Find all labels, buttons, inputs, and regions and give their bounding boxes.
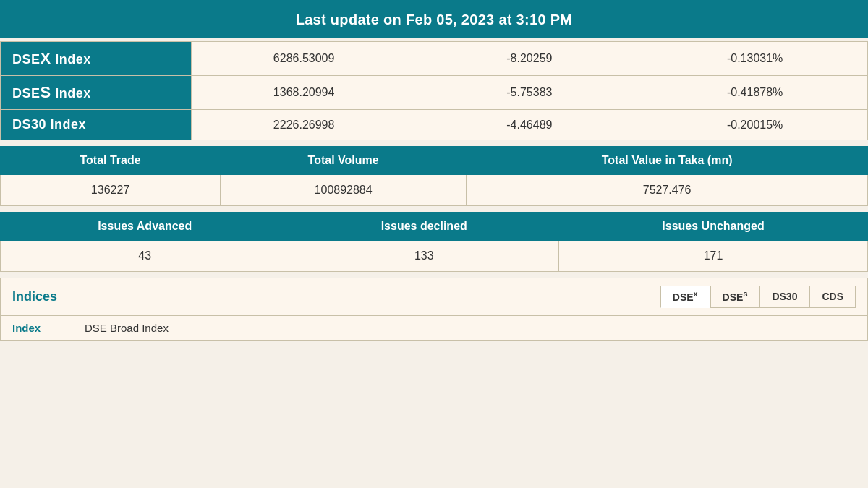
issues-declined-header: Issues declined	[289, 213, 559, 241]
dsex-change: -8.20259	[417, 42, 642, 76]
index-name-dses: DSES Index	[1, 76, 192, 110]
ds30-value: 2226.26998	[191, 110, 417, 140]
trade-stats-table: Total Trade Total Volume Total Value in …	[0, 146, 868, 206]
issues-advanced-header: Issues Advanced	[1, 213, 289, 241]
dsex-value: 6286.53009	[191, 42, 417, 76]
dsex-pct: -0.13031%	[642, 42, 868, 76]
issues-unchanged-value: 171	[559, 241, 868, 272]
indices-title: Indices	[12, 289, 57, 304]
indices-tabs: DSEX DSES DS30 CDS	[660, 286, 856, 308]
issues-advanced-value: 43	[1, 241, 289, 272]
last-update-header: Last update on Feb 05, 2023 at 3:10 PM	[0, 1, 868, 38]
tab-dsex[interactable]: DSEX	[660, 286, 710, 308]
total-volume-header: Total Volume	[221, 147, 467, 175]
dses-pct: -0.41878%	[642, 76, 868, 110]
total-trade-header: Total Trade	[1, 147, 221, 175]
index-table: DSEX Index 6286.53009 -8.20259 -0.13031%…	[0, 41, 868, 140]
issues-declined-value: 133	[289, 241, 559, 272]
indices-section: Indices DSEX DSES DS30 CDS Index DSE Bro…	[0, 278, 868, 341]
ds30-change: -4.46489	[417, 110, 642, 140]
table-row: 43 133 171	[1, 241, 868, 272]
trade-stats-section: Total Trade Total Volume Total Value in …	[0, 146, 868, 206]
tab-ds30[interactable]: DS30	[760, 286, 809, 308]
table-row: 136227 100892884 7527.476	[1, 175, 868, 206]
index-name-dsex: DSEX Index	[1, 42, 192, 76]
tab-dses[interactable]: DSES	[710, 286, 760, 308]
dses-value: 1368.20994	[191, 76, 417, 110]
ds30-pct: -0.20015%	[642, 110, 868, 140]
index-row-value: DSE Broad Index	[85, 322, 169, 334]
table-row: DSES Index 1368.20994 -5.75383 -0.41878%	[1, 76, 868, 110]
table-row: DS30 Index 2226.26998 -4.46489 -0.20015%	[1, 110, 868, 140]
table-row: DSEX Index 6286.53009 -8.20259 -0.13031%	[1, 42, 868, 76]
indices-header: Indices DSEX DSES DS30 CDS	[1, 278, 867, 316]
dses-change: -5.75383	[417, 76, 642, 110]
issues-table: Issues Advanced Issues declined Issues U…	[0, 212, 868, 272]
index-row-label: Index	[12, 322, 70, 334]
indices-row: Index DSE Broad Index	[1, 316, 867, 340]
total-value-header: Total Value in Taka (mn)	[467, 147, 868, 175]
tab-cds[interactable]: CDS	[809, 286, 856, 308]
index-name-ds30: DS30 Index	[1, 110, 192, 140]
total-volume-value: 100892884	[221, 175, 467, 206]
total-trade-value: 136227	[1, 175, 221, 206]
total-taka-value: 7527.476	[467, 175, 868, 206]
issues-unchanged-header: Issues Unchanged	[559, 213, 868, 241]
